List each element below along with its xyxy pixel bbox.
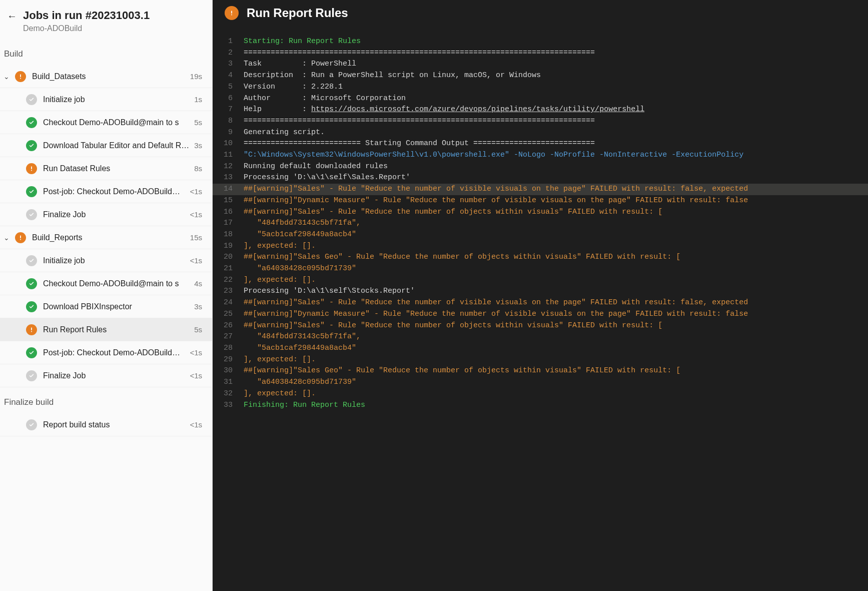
line-number: 9: [213, 127, 244, 139]
log-line[interactable]: 27 "484fbdd73143c5bf71fa",: [213, 331, 868, 343]
duration: <1s: [186, 420, 202, 429]
log-line[interactable]: 10========================== Starting Co…: [213, 138, 868, 150]
chevron-down-icon[interactable]: ⌄: [0, 73, 13, 81]
step-row[interactable]: Run Report Rules5s: [0, 318, 212, 341]
log-line[interactable]: 21 "a64038428c095bd71739": [213, 263, 868, 275]
log-line[interactable]: 13Processing 'D:\a\1\self\Sales.Report': [213, 172, 868, 184]
sidebar-header: ← Jobs in run #20231003.1 Demo-ADOBuild: [0, 0, 212, 45]
log-line[interactable]: 25##[warning]"Dynamic Measure" - Rule "R…: [213, 309, 868, 320]
step-label: Finalize Job: [43, 371, 186, 380]
log-line[interactable]: 30##[warning]"Sales Geo" - Rule "Reduce …: [213, 365, 868, 377]
step-row[interactable]: Checkout Demo-ADOBuild@main to s4s: [0, 272, 212, 295]
step-label: Download Tabular Editor and Default Rule…: [43, 141, 190, 150]
line-content: ========================================…: [244, 48, 868, 59]
line-number: 23: [213, 286, 244, 297]
step-label: Post-job: Checkout Demo-ADOBuild@main: [43, 187, 186, 196]
line-number: 16: [213, 207, 244, 218]
chevron-down-icon[interactable]: ⌄: [0, 234, 13, 242]
help-link[interactable]: https://docs.microsoft.com/azure/devops/…: [311, 105, 644, 114]
line-number: 21: [213, 263, 244, 275]
log-line[interactable]: 16##[warning]"Sales" - Rule "Reduce the …: [213, 207, 868, 218]
log-line[interactable]: 12Running default downloaded rules: [213, 161, 868, 173]
step-row[interactable]: Finalize Job<1s: [0, 203, 212, 226]
line-content: ========================================…: [244, 116, 868, 127]
line-content: Starting: Run Report Rules: [244, 36, 868, 48]
line-content: ##[warning]"Sales" - Rule "Reduce the nu…: [244, 207, 868, 218]
line-content: Finishing: Run Report Rules: [244, 400, 868, 411]
duration: <1s: [186, 187, 202, 196]
log-line[interactable]: 3Task : PowerShell: [213, 59, 868, 70]
step-row[interactable]: Finalize Job<1s: [0, 364, 212, 387]
stage-row[interactable]: ⌄Build_Datasets19s: [0, 65, 212, 88]
line-content: ##[warning]"Sales Geo" - Rule "Reduce th…: [244, 365, 868, 377]
log-output[interactable]: 1Starting: Run Report Rules2============…: [213, 26, 868, 591]
line-number: 24: [213, 297, 244, 309]
step-row[interactable]: Post-job: Checkout Demo-ADOBuild@main<1s: [0, 341, 212, 364]
log-line[interactable]: 6Author : Microsoft Corporation: [213, 93, 868, 105]
log-line[interactable]: 23Processing 'D:\a\1\self\Stocks.Report': [213, 286, 868, 297]
log-line[interactable]: 7Help : https://docs.microsoft.com/azure…: [213, 104, 868, 116]
page-title: Jobs in run #20231003.1: [23, 9, 150, 22]
duration: 5s: [190, 325, 202, 334]
step-label: Run Report Rules: [43, 325, 190, 334]
log-line[interactable]: 17 "484fbdd73143c5bf71fa",: [213, 218, 868, 229]
log-line[interactable]: 8=======================================…: [213, 116, 868, 127]
duration: <1s: [186, 348, 202, 357]
step-row[interactable]: Download PBIXInspector3s: [0, 295, 212, 318]
line-content: Running default downloaded rules: [244, 161, 868, 173]
log-line[interactable]: 4Description : Run a PowerShell script o…: [213, 70, 868, 82]
log-line[interactable]: 32], expected: [].: [213, 388, 868, 400]
success-icon: [26, 117, 37, 128]
stage-row[interactable]: ⌄Build_Reports15s: [0, 226, 212, 249]
line-number: 28: [213, 343, 244, 354]
log-line[interactable]: 22], expected: [].: [213, 275, 868, 286]
line-number: 31: [213, 377, 244, 388]
log-line[interactable]: 5Version : 2.228.1: [213, 82, 868, 93]
line-number: 33: [213, 400, 244, 411]
step-row[interactable]: Run Dataset Rules8s: [0, 157, 212, 180]
step-row[interactable]: Checkout Demo-ADOBuild@main to s5s: [0, 111, 212, 134]
line-number: 19: [213, 241, 244, 252]
line-number: 27: [213, 331, 244, 343]
line-number: 14: [213, 184, 244, 195]
line-content: ], expected: [].: [244, 388, 868, 400]
line-content: Processing 'D:\a\1\self\Sales.Report': [244, 172, 868, 184]
log-line[interactable]: 9Generating script.: [213, 127, 868, 139]
log-panel: Run Report Rules 1Starting: Run Report R…: [213, 0, 868, 591]
skip-icon: [26, 419, 37, 430]
log-line[interactable]: 24##[warning]"Sales" - Rule "Reduce the …: [213, 297, 868, 309]
step-row[interactable]: Post-job: Checkout Demo-ADOBuild@main<1s: [0, 180, 212, 203]
skip-icon: [26, 370, 37, 381]
line-content: ], expected: [].: [244, 241, 868, 252]
svg-rect-5: [20, 239, 21, 240]
svg-rect-6: [31, 327, 32, 330]
duration: 3s: [190, 141, 202, 150]
line-content: ##[warning]"Sales" - Rule "Reduce the nu…: [244, 320, 868, 332]
line-number: 2: [213, 48, 244, 59]
step-row[interactable]: Download Tabular Editor and Default Rule…: [0, 134, 212, 157]
log-line[interactable]: 1Starting: Run Report Rules: [213, 36, 868, 48]
line-content: Generating script.: [244, 127, 868, 139]
log-line[interactable]: 18 "5acb1caf298449a8acb4": [213, 229, 868, 241]
step-row[interactable]: Initialize job<1s: [0, 249, 212, 272]
log-line[interactable]: 15##[warning]"Dynamic Measure" - Rule "R…: [213, 195, 868, 207]
line-number: 30: [213, 365, 244, 377]
line-content: Description : Run a PowerShell script on…: [244, 70, 868, 82]
log-line[interactable]: 26##[warning]"Sales" - Rule "Reduce the …: [213, 320, 868, 332]
back-arrow-icon[interactable]: ←: [7, 9, 17, 23]
log-line[interactable]: 28 "5acb1caf298449a8acb4": [213, 343, 868, 354]
line-number: 29: [213, 354, 244, 366]
success-icon: [26, 278, 37, 289]
log-line[interactable]: 19], expected: [].: [213, 241, 868, 252]
log-line[interactable]: 31 "a64038428c095bd71739": [213, 377, 868, 388]
step-row[interactable]: Report build status<1s: [0, 413, 212, 436]
step-row[interactable]: Initialize job1s: [0, 88, 212, 111]
log-line[interactable]: 20##[warning]"Sales Geo" - Rule "Reduce …: [213, 252, 868, 263]
log-line[interactable]: 33Finishing: Run Report Rules: [213, 400, 868, 411]
warning-icon: [225, 6, 239, 20]
log-line[interactable]: 29], expected: [].: [213, 354, 868, 366]
line-content: ##[warning]"Sales Geo" - Rule "Reduce th…: [244, 252, 868, 263]
log-line[interactable]: 2=======================================…: [213, 48, 868, 59]
log-line[interactable]: 11"C:\Windows\System32\WindowsPowerShell…: [213, 150, 868, 161]
log-line[interactable]: 14##[warning]"Sales" - Rule "Reduce the …: [213, 184, 868, 195]
